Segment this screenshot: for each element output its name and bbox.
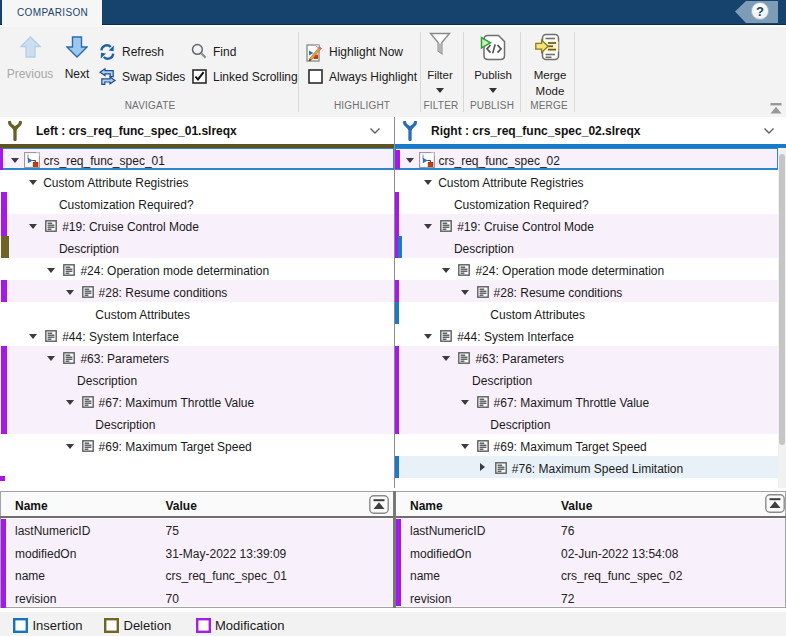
svg-text:?: ? xyxy=(756,4,764,19)
